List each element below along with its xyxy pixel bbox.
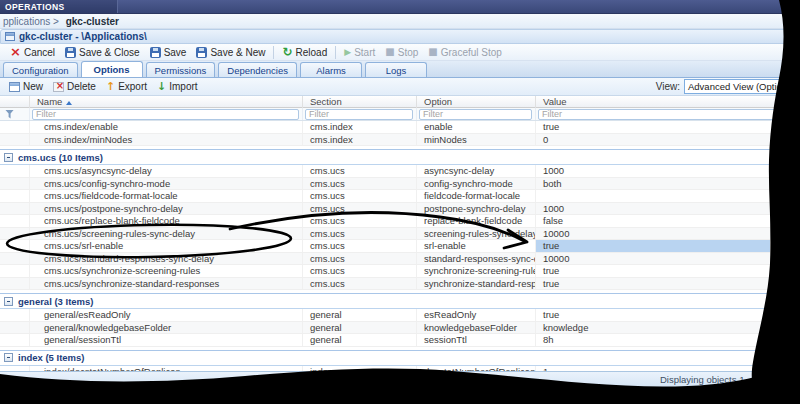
- table-group-header[interactable]: cms.ucs (10 Items): [0, 149, 800, 165]
- option-name-cell: cms.ucs/postpone-synchro-delay: [30, 203, 303, 215]
- table-row[interactable]: cms.ucs/screening-rules-sync-delay cms.u…: [0, 228, 800, 241]
- action-toolbar: Cancel Save & Close Save Save & New Relo…: [0, 44, 800, 61]
- tab-dependencies[interactable]: Dependencies: [218, 62, 297, 77]
- option-name-cell: cms.index/minNodes: [30, 134, 303, 146]
- option-name-cell: general/sessionTtl: [30, 334, 303, 346]
- row-selector-cell: [0, 121, 30, 133]
- import-button[interactable]: Import: [152, 79, 203, 94]
- option-section-cell: cms.ucs: [303, 178, 417, 190]
- option-key-cell: config-synchro-mode: [417, 178, 536, 190]
- collapse-icon[interactable]: [4, 353, 13, 362]
- option-value-cell[interactable]: true: [536, 309, 800, 321]
- filter-input-option[interactable]: [419, 109, 532, 120]
- option-value-cell[interactable]: true: [536, 265, 800, 277]
- screenshot-canvas: OPERATIONS pplications > gkc-cluster gkc…: [0, 0, 800, 404]
- option-name-cell: cms.index/enable: [30, 121, 303, 133]
- option-value-cell[interactable]: 10000: [536, 253, 800, 265]
- option-value-cell[interactable]: both: [536, 178, 800, 190]
- collapse-icon[interactable]: [4, 297, 13, 306]
- option-value-cell[interactable]: knowledge: [536, 322, 800, 334]
- option-value-cell[interactable]: 8h: [536, 334, 800, 346]
- filter-row: [0, 108, 800, 121]
- option-value-cell[interactable]: true: [536, 121, 800, 133]
- row-selector-cell: [0, 203, 30, 215]
- cancel-button[interactable]: Cancel: [5, 45, 60, 60]
- table-row[interactable]: cms.ucs/config-synchro-mode cms.ucs conf…: [0, 178, 800, 191]
- option-key-cell: sessionTtl: [417, 334, 536, 346]
- graceful-stop-button[interactable]: Graceful Stop: [423, 45, 507, 60]
- row-selector-cell: [0, 134, 30, 146]
- option-value-cell[interactable]: true: [536, 278, 800, 290]
- reload-icon: [282, 46, 292, 58]
- tab-alarms[interactable]: Alarms: [300, 62, 362, 77]
- tab-permissions[interactable]: Permissions: [146, 62, 216, 77]
- start-button[interactable]: Start: [339, 45, 380, 60]
- option-value-cell[interactable]: 0: [536, 134, 800, 146]
- row-selector-cell: [0, 240, 30, 252]
- row-selector-cell: [0, 190, 30, 202]
- table-row[interactable]: cms.ucs/postpone-synchro-delay cms.ucs p…: [0, 203, 800, 216]
- option-value-cell[interactable]: 1000: [536, 203, 800, 215]
- chevron-down-icon: ▼: [781, 84, 793, 90]
- save-button[interactable]: Save: [145, 45, 192, 60]
- option-value-cell[interactable]: false: [536, 215, 800, 227]
- column-header-section[interactable]: Section: [303, 96, 417, 108]
- tab-operations[interactable]: OPERATIONS: [0, 0, 118, 13]
- table-row[interactable]: general/esReadOnly general esReadOnly tr…: [0, 309, 800, 322]
- column-header-name[interactable]: Name: [30, 96, 303, 108]
- table-row[interactable]: cms.ucs/synchronize-standard-responses c…: [0, 278, 800, 291]
- table-row[interactable]: cms.index/enable cms.index enable true: [0, 121, 800, 134]
- option-name-cell: cms.ucs/synchronize-standard-responses: [30, 278, 303, 290]
- new-button[interactable]: New: [4, 79, 48, 94]
- option-value-cell[interactable]: true: [536, 240, 800, 252]
- toolbar-separator: [273, 46, 274, 59]
- table-row[interactable]: general/sessionTtl general sessionTtl 8h: [0, 334, 800, 347]
- filter-funnel-icon: [5, 110, 14, 119]
- reload-button[interactable]: Reload: [277, 45, 332, 60]
- table-row[interactable]: general/knowledgebaseFolder general know…: [0, 322, 800, 335]
- collapse-icon[interactable]: [4, 153, 13, 162]
- delete-button[interactable]: Delete: [48, 79, 101, 94]
- column-header-value[interactable]: Value: [536, 96, 800, 108]
- table-row[interactable]: cms.ucs/asyncsync-delay cms.ucs asyncsyn…: [0, 165, 800, 178]
- vertical-scrollbar-thumb[interactable]: [770, 205, 782, 277]
- table-row[interactable]: cms.ucs/synchronize-screening-rules cms.…: [0, 265, 800, 278]
- column-header-option[interactable]: Option: [417, 96, 536, 108]
- cancel-x-icon: [10, 46, 21, 58]
- option-value-cell[interactable]: 10000: [536, 228, 800, 240]
- filter-input-value[interactable]: [538, 109, 796, 120]
- panel-title: gkc-cluster - \Applications\: [19, 31, 147, 42]
- row-selector-cell: [0, 309, 30, 321]
- table-group-header[interactable]: index (5 Items): [0, 350, 800, 366]
- view-dropdown[interactable]: Advanced View (Options) ▼: [684, 79, 794, 94]
- breadcrumb-applications-link[interactable]: pplications >: [3, 16, 59, 27]
- header-row-selector: [0, 96, 30, 108]
- filter-input-section[interactable]: [305, 109, 413, 120]
- table-row[interactable]: cms.ucs/standard-responses-sync-delay cm…: [0, 253, 800, 266]
- table-row[interactable]: cms.ucs/fieldcode-format-locale cms.ucs …: [0, 190, 800, 203]
- save-close-button[interactable]: Save & Close: [60, 45, 145, 60]
- option-key-cell: asyncsync-delay: [417, 165, 536, 177]
- tab-options[interactable]: Options: [81, 61, 143, 77]
- option-value-cell[interactable]: [536, 190, 800, 202]
- graceful-stop-icon: [428, 47, 437, 57]
- tab-configuration[interactable]: Configuration: [3, 62, 78, 77]
- export-button[interactable]: Export: [101, 79, 152, 94]
- option-section-cell: general: [303, 334, 417, 346]
- tab-logs[interactable]: Logs: [365, 62, 427, 77]
- save-new-button[interactable]: Save & New: [191, 45, 270, 60]
- options-table-body: cms.index/enable cms.index enable true c…: [0, 121, 800, 373]
- start-icon: [344, 47, 351, 57]
- option-key-cell: srl-enable: [417, 240, 536, 252]
- filter-icon-cell: [0, 108, 30, 120]
- table-row[interactable]: cms.ucs/srl-enable cms.ucs srl-enable tr…: [0, 240, 800, 253]
- table-row[interactable]: cms.index/minNodes cms.index minNodes 0: [0, 134, 800, 147]
- filter-input-name[interactable]: [32, 109, 299, 120]
- option-key-cell: postpone-synchro-delay: [417, 203, 536, 215]
- option-section-cell: cms.ucs: [303, 215, 417, 227]
- stop-button[interactable]: Stop: [380, 45, 423, 60]
- option-value-cell[interactable]: 1000: [536, 165, 800, 177]
- table-group-header[interactable]: general (3 Items): [0, 293, 800, 309]
- row-selector-cell: [0, 165, 30, 177]
- table-row[interactable]: cms.ucs/replace-blank-fieldcode cms.ucs …: [0, 215, 800, 228]
